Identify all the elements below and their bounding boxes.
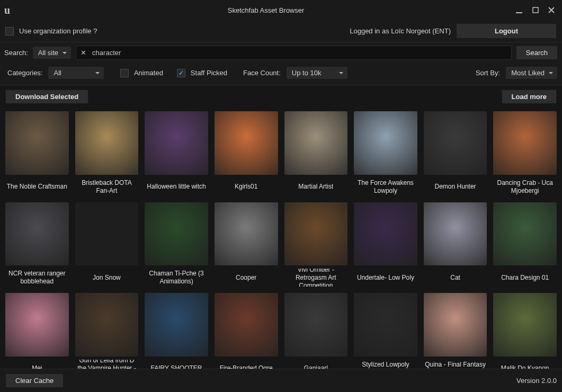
load-more-button[interactable]: Load more: [502, 90, 557, 104]
asset-thumbnail: [284, 202, 348, 266]
asset-card[interactable]: Fire-Branded Ogre: [215, 293, 278, 369]
asset-name: Stylized Lowpoly Female: [354, 360, 417, 369]
asset-card[interactable]: Stylized Lowpoly Female: [354, 293, 417, 369]
asset-card[interactable]: Malik Do Kyanon: [493, 293, 557, 369]
sort-by-select[interactable]: Most Liked: [505, 66, 558, 79]
asset-card[interactable]: Jon Snow: [75, 202, 139, 287]
asset-card[interactable]: Undertale- Low Poly: [354, 202, 417, 287]
asset-thumbnail: [493, 202, 557, 266]
asset-name: Bristleback DOTA Fan-Art: [75, 178, 139, 196]
face-count-label: Face Count:: [243, 69, 281, 77]
face-count-value: Up to 10k: [292, 69, 322, 77]
sort-by-label: Sort By:: [476, 69, 500, 77]
asset-card[interactable]: Mei: [5, 293, 69, 369]
logout-button[interactable]: Logout: [456, 23, 557, 39]
asset-thumbnail: [145, 293, 208, 357]
clear-cache-button[interactable]: Clear Cache: [5, 373, 64, 388]
filters-row: Categories: All Animated Staff Picked Fa…: [0, 63, 562, 85]
asset-name: Martial Artist: [298, 178, 333, 196]
titlebar: u Sketchfab Asset Browser: [0, 0, 562, 20]
asset-name: The Force Awakens Lowpoly: [354, 178, 417, 196]
asset-name: Mei: [32, 360, 42, 369]
asset-card[interactable]: Demon Hunter: [424, 111, 487, 196]
logged-in-text: Logged in as Loïc Norgeot (ENT): [350, 27, 451, 35]
minimize-icon[interactable]: [515, 6, 523, 14]
asset-thumbnail: [5, 111, 69, 175]
asset-thumbnail: [145, 111, 208, 175]
asset-card[interactable]: Cooper: [215, 202, 278, 287]
search-scope-select[interactable]: All site: [32, 46, 72, 59]
asset-card[interactable]: Bristleback DOTA Fan-Art: [75, 111, 139, 196]
asset-name: Chara Design 01: [501, 269, 549, 287]
staff-picked-label: Staff Picked: [191, 69, 227, 77]
asset-card[interactable]: FAIRY SHOOTER: [145, 293, 208, 369]
face-count-select[interactable]: Up to 10k: [286, 66, 349, 79]
org-profile-label: Use organization profile ?: [19, 27, 97, 35]
asset-card[interactable]: Kgirls01: [215, 111, 278, 196]
maximize-icon[interactable]: [532, 6, 539, 14]
asset-card[interactable]: The Noble Craftsman: [5, 111, 69, 196]
asset-name: Malik Do Kyanon: [501, 360, 549, 369]
animated-checkbox[interactable]: [120, 69, 129, 77]
asset-card[interactable]: Quina - Final Fantasy IX (Fan Art): [424, 293, 487, 369]
asset-card[interactable]: Chaman Ti-Pche (3 Animations): [145, 202, 208, 287]
asset-name: Halloween little witch: [147, 178, 206, 196]
org-profile-checkbox[interactable]: [5, 27, 14, 35]
asset-card[interactable]: Gun of Leila from D the Vampire Hunter -…: [75, 293, 139, 369]
categories-select[interactable]: All: [48, 66, 104, 79]
search-input[interactable]: [92, 48, 508, 58]
asset-card[interactable]: Vivi Ornitier - Retrogasm Art Competitio…: [284, 202, 348, 287]
close-icon[interactable]: [548, 6, 555, 14]
asset-grid: The Noble CraftsmanBristleback DOTA Fan-…: [5, 111, 557, 369]
asset-name: NCR veteran ranger bobblehead: [5, 269, 69, 287]
asset-name: Cat: [450, 269, 460, 287]
asset-thumbnail: [354, 293, 417, 357]
staff-picked-checkbox[interactable]: [177, 69, 185, 77]
asset-card[interactable]: Halloween little witch: [145, 111, 208, 196]
categories-value: All: [53, 69, 61, 77]
asset-thumbnail: [424, 111, 487, 175]
download-selected-button[interactable]: Download Selected: [5, 90, 88, 104]
asset-name: Ganjaarl: [304, 360, 328, 369]
asset-name: Chaman Ti-Pche (3 Animations): [145, 269, 208, 287]
asset-name: FAIRY SHOOTER: [151, 360, 202, 369]
asset-name: Jon Snow: [93, 269, 121, 287]
footer: Clear Cache Version 2.0.0: [0, 369, 562, 392]
asset-name: Cooper: [236, 269, 256, 287]
asset-name: Dancing Crab - Uca Mjoebergi: [493, 178, 557, 196]
asset-thumbnail: [424, 202, 487, 266]
asset-card[interactable]: NCR veteran ranger bobblehead: [5, 202, 69, 287]
clear-search-icon[interactable]: ✕: [79, 49, 87, 57]
svg-rect-1: [533, 7, 538, 13]
asset-thumbnail: [284, 111, 348, 175]
asset-card[interactable]: Chara Design 01: [493, 202, 557, 287]
asset-thumbnail: [354, 202, 417, 266]
asset-thumbnail: [215, 111, 278, 175]
asset-thumbnail: [284, 293, 348, 357]
asset-thumbnail: [354, 111, 417, 175]
asset-card[interactable]: Martial Artist: [284, 111, 348, 196]
search-box[interactable]: ✕: [76, 46, 512, 60]
asset-thumbnail: [75, 293, 139, 357]
categories-label: Categories:: [7, 69, 42, 77]
action-bar: Download Selected Load more: [0, 85, 562, 108]
asset-thumbnail: [75, 202, 139, 266]
asset-name: Kgirls01: [235, 178, 257, 196]
asset-card[interactable]: The Force Awakens Lowpoly: [354, 111, 417, 196]
search-row: Search: All site ✕ Search: [0, 42, 562, 63]
asset-thumbnail: [215, 202, 278, 266]
asset-card[interactable]: Dancing Crab - Uca Mjoebergi: [493, 111, 557, 196]
search-button[interactable]: Search: [516, 46, 558, 60]
asset-thumbnail: [145, 202, 208, 266]
asset-name: Gun of Leila from D the Vampire Hunter -…: [75, 360, 139, 369]
asset-thumbnail: [5, 202, 69, 266]
asset-name: Demon Hunter: [435, 178, 476, 196]
search-label: Search:: [4, 49, 28, 57]
asset-card[interactable]: Cat: [424, 202, 487, 287]
asset-thumbnail: [215, 293, 278, 357]
asset-name: The Noble Craftsman: [7, 178, 67, 196]
version-text: Version 2.0.0: [516, 377, 557, 385]
asset-card[interactable]: Ganjaarl: [284, 293, 348, 369]
header-row: Use organization profile ? Logged in as …: [0, 20, 562, 42]
asset-thumbnail: [493, 111, 557, 175]
